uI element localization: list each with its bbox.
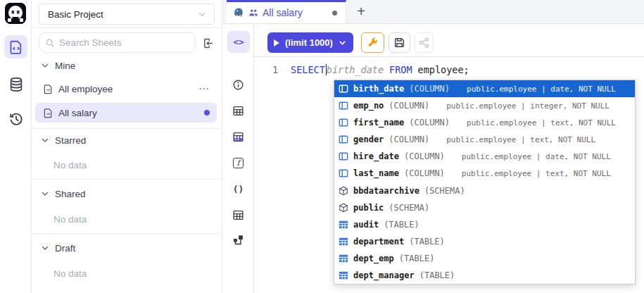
code-identifier: employee; [418,64,469,75]
table-icon [232,209,244,221]
schema-diagram-icon [232,234,244,246]
column-icon [339,168,348,178]
column-icon [339,84,348,94]
autocomplete-item[interactable]: birth_date (COLUMN) public.employee | da… [334,80,635,97]
section-label: Draft [55,243,75,254]
history-nav-icon[interactable] [4,107,27,130]
parentheses-icon: () [233,184,244,194]
table-detail-panel-button[interactable] [222,128,254,145]
column-icon [339,135,348,144]
editor-side-rail: <> f () [222,24,254,293]
tables-panel-button[interactable] [222,102,254,119]
ghost-suggestion: birth_date [327,64,384,75]
autocomplete-item[interactable]: dept_manager (TABLE) [334,267,635,284]
empty-state: No data [53,213,87,225]
sheet-item-all-salary[interactable]: All salary [35,103,217,123]
section-draft[interactable]: Draft [41,241,75,255]
active-sheet-dot [204,110,210,116]
views-panel-button[interactable] [222,206,254,223]
sheet-search-row [32,32,222,54]
table-icon [339,270,348,280]
autocomplete-dropdown: birth_date (COLUMN) public.employee | da… [334,80,636,285]
unsaved-dot-icon [332,11,337,15]
tab-bar: All salary + [222,0,644,24]
table-icon [339,237,348,247]
diagram-panel-button[interactable] [222,231,254,248]
run-query-button[interactable]: (limit 1000) [267,32,353,53]
play-icon [274,39,279,46]
autocomplete-item[interactable]: hire_date (COLUMN) public.employee | dat… [334,148,635,165]
autocomplete-item[interactable]: gender (COLUMN) public.employee | text, … [334,131,635,148]
section-label: Shared [55,189,86,199]
section-starred[interactable]: Starred [41,133,86,147]
code-view-button[interactable]: <> [227,31,250,53]
autocomplete-item[interactable]: first_name (COLUMN) public.employee | te… [334,114,635,131]
procedures-panel-button[interactable]: () [222,180,254,197]
column-icon [339,118,348,127]
database-icon [8,77,24,92]
autocomplete-item[interactable]: dept_emp (TABLE) [334,250,635,267]
sql-editor-app: Basic Project Mine All e [0,0,644,293]
save-sheet-button[interactable] [389,32,410,53]
keyword-from: FROM [389,64,412,75]
tab-label: All salary [263,7,328,18]
table-icon [232,105,244,117]
share-icon [418,37,430,49]
divider [32,179,222,180]
code-content: SELECTbirth_dateFROMemployee; [291,64,469,75]
sheet-file-icon [43,84,53,94]
autocomplete-item[interactable]: audit (TABLE) [334,216,635,233]
sheet-label: All salary [58,108,204,118]
share-sheet-button[interactable] [415,32,434,53]
keyword-select: SELECT [291,64,325,75]
sheet-item-all-employee[interactable]: All employee ⋯ [35,79,217,99]
column-icon [339,151,348,161]
project-select[interactable]: Basic Project [39,4,215,25]
history-icon [8,111,24,127]
file-code-icon [8,39,24,55]
left-rail [0,0,32,293]
autocomplete-item[interactable]: emp_no (COLUMN) public.employee | intege… [334,97,635,114]
schema-icon [339,186,348,196]
column-icon [339,101,348,111]
postgres-icon [233,7,244,18]
line-number: 1 [272,64,278,75]
chevron-down-icon [41,189,49,198]
autocomplete-item[interactable]: bbdataarchive (SCHEMA) [334,182,635,199]
worksheets-nav-icon[interactable] [4,35,27,58]
sheet-file-icon [43,108,53,118]
info-panel-button[interactable] [222,76,254,93]
sheet-label: All employee [58,84,198,94]
chevron-down-icon [41,61,49,70]
admin-mode-button[interactable] [361,32,384,53]
functions-panel-button[interactable]: f [222,154,254,171]
chevron-down-icon [41,244,49,252]
autocomplete-item[interactable]: department (TABLE) [334,233,635,250]
app-logo-icon[interactable] [5,3,26,24]
table-colored-icon [232,131,244,143]
chevron-down-icon [197,9,207,19]
sheets-sidebar: Basic Project Mine All e [32,0,222,293]
schema-icon [339,203,348,213]
autocomplete-item[interactable]: last_name (COLUMN) public.employee | tex… [334,165,635,182]
section-mine[interactable]: Mine [41,58,75,73]
empty-state: No data [53,267,87,280]
logo-glyph [5,3,26,24]
project-select-value: Basic Project [48,9,197,20]
run-label: (limit 1000) [285,37,334,48]
chevron-down-icon[interactable] [338,38,347,47]
databases-nav-icon[interactable] [4,73,27,96]
wrench-icon [367,37,379,49]
tab-all-salary[interactable]: All salary [227,0,346,23]
sidebar-header: Basic Project [32,0,222,28]
more-actions-icon[interactable]: ⋯ [198,82,210,95]
section-label: Mine [55,61,75,71]
import-sheet-button[interactable] [201,36,215,50]
function-icon: f [233,158,244,168]
section-shared[interactable]: Shared [41,187,86,201]
import-icon [202,37,214,49]
new-tab-button[interactable]: + [351,0,372,23]
autocomplete-item[interactable]: public (SCHEMA) [334,199,635,216]
table-icon [339,220,348,230]
search-input[interactable] [59,37,189,48]
